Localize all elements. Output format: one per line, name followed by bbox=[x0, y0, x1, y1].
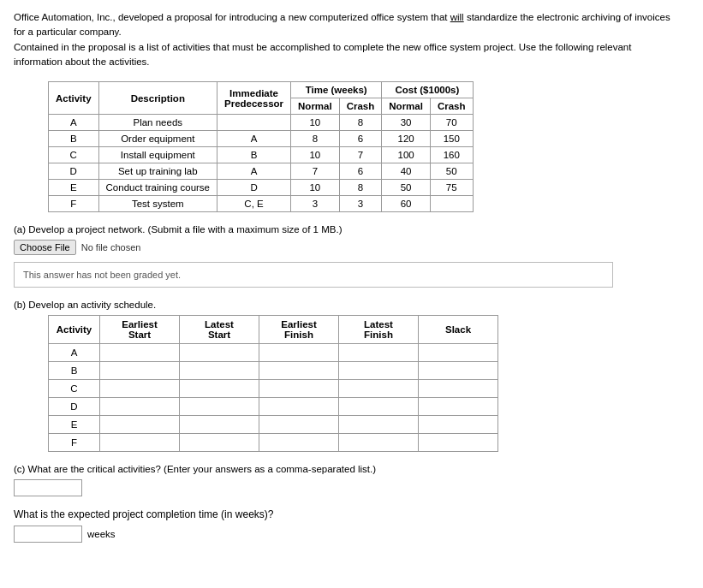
sched-cell-earliest-start[interactable] bbox=[100, 398, 180, 416]
cell-c-crash: 150 bbox=[430, 131, 473, 147]
cell-predecessor: A bbox=[217, 131, 291, 147]
sched-cell-activity: D bbox=[49, 398, 100, 416]
cell-activity: A bbox=[49, 115, 99, 131]
sched-cell-latest-start[interactable] bbox=[180, 398, 259, 416]
choose-file-button[interactable]: Choose File bbox=[14, 240, 76, 255]
input-slack[interactable] bbox=[424, 401, 492, 412]
input-slack[interactable] bbox=[424, 365, 492, 376]
sched-cell-latest-finish[interactable] bbox=[339, 344, 419, 362]
cell-description: Plan needs bbox=[98, 115, 217, 131]
sched-col-latest-start: LatestStart bbox=[180, 316, 259, 344]
sched-cell-slack[interactable] bbox=[419, 344, 498, 362]
sched-cell-earliest-finish[interactable] bbox=[259, 434, 339, 452]
cell-c-crash: 160 bbox=[430, 147, 473, 163]
sched-cell-earliest-start[interactable] bbox=[100, 434, 180, 452]
input-earliest-start[interactable] bbox=[105, 401, 174, 412]
input-earliest-finish[interactable] bbox=[265, 437, 333, 448]
sched-cell-earliest-finish[interactable] bbox=[259, 416, 339, 434]
sched-cell-latest-finish[interactable] bbox=[339, 416, 419, 434]
col-time-crash: Crash bbox=[339, 98, 382, 115]
input-earliest-finish[interactable] bbox=[265, 401, 333, 412]
sched-cell-latest-finish[interactable] bbox=[339, 362, 419, 380]
weeks-label: weeks bbox=[87, 529, 116, 539]
completion-row: What is the expected project completion … bbox=[14, 508, 689, 520]
sched-cell-slack[interactable] bbox=[419, 380, 498, 398]
input-latest-finish[interactable] bbox=[344, 401, 413, 412]
input-latest-start[interactable] bbox=[185, 365, 253, 376]
input-slack[interactable] bbox=[424, 437, 492, 448]
input-latest-start[interactable] bbox=[185, 437, 253, 448]
cell-activity: F bbox=[49, 196, 99, 212]
input-latest-start[interactable] bbox=[185, 347, 253, 358]
cell-t-crash: 8 bbox=[339, 115, 382, 131]
sched-cell-earliest-finish[interactable] bbox=[259, 380, 339, 398]
sched-cell-slack[interactable] bbox=[419, 362, 498, 380]
no-file-text: No file chosen bbox=[81, 242, 141, 252]
cell-c-crash: 50 bbox=[430, 163, 473, 180]
input-earliest-finish[interactable] bbox=[265, 383, 333, 394]
input-earliest-start[interactable] bbox=[105, 383, 174, 394]
cell-t-crash: 6 bbox=[339, 131, 382, 147]
input-latest-finish[interactable] bbox=[344, 365, 413, 376]
input-latest-start[interactable] bbox=[185, 383, 253, 394]
sched-cell-slack[interactable] bbox=[419, 434, 498, 452]
cell-t-normal: 10 bbox=[291, 115, 340, 131]
input-latest-start[interactable] bbox=[185, 419, 253, 430]
input-earliest-start[interactable] bbox=[105, 347, 174, 358]
input-earliest-start[interactable] bbox=[105, 437, 174, 448]
sched-cell-latest-finish[interactable] bbox=[339, 398, 419, 416]
col-description: Description bbox=[98, 82, 217, 115]
input-latest-finish[interactable] bbox=[344, 437, 413, 448]
intro-text: Office Automation, Inc., developed a pro… bbox=[14, 10, 682, 69]
table-row: D Set up training lab A 7 6 40 50 bbox=[49, 163, 474, 180]
cell-t-crash: 8 bbox=[339, 180, 382, 196]
cell-t-crash: 3 bbox=[339, 196, 382, 212]
sched-cell-activity: F bbox=[49, 434, 100, 452]
section-a-label: (a) Develop a project network. (Submit a… bbox=[14, 224, 689, 235]
sched-cell-latest-start[interactable] bbox=[180, 380, 259, 398]
input-slack[interactable] bbox=[424, 383, 492, 394]
input-slack[interactable] bbox=[424, 347, 492, 358]
sched-cell-slack[interactable] bbox=[419, 416, 498, 434]
input-latest-finish[interactable] bbox=[344, 383, 413, 394]
sched-cell-activity: C bbox=[49, 380, 100, 398]
col-cost-1000s: Cost ($1000s) bbox=[382, 82, 473, 98]
input-earliest-start[interactable] bbox=[105, 365, 174, 376]
input-latest-start[interactable] bbox=[185, 401, 253, 412]
input-latest-finish[interactable] bbox=[344, 347, 413, 358]
cell-description: Set up training lab bbox=[98, 163, 217, 180]
input-earliest-finish[interactable] bbox=[265, 365, 333, 376]
sched-cell-latest-start[interactable] bbox=[180, 434, 259, 452]
input-earliest-finish[interactable] bbox=[265, 347, 333, 358]
sched-col-earliest-start: EarliestStart bbox=[100, 316, 180, 344]
table-row: A Plan needs 10 8 30 70 bbox=[49, 115, 474, 131]
sched-cell-slack[interactable] bbox=[419, 398, 498, 416]
sched-cell-earliest-start[interactable] bbox=[100, 380, 180, 398]
sched-cell-latest-finish[interactable] bbox=[339, 434, 419, 452]
sched-cell-latest-start[interactable] bbox=[180, 362, 259, 380]
answer-not-graded: This answer has not been graded yet. bbox=[23, 270, 181, 280]
schedule-table: Activity EarliestStart LatestStart Earli… bbox=[48, 315, 498, 452]
schedule-row: E bbox=[49, 416, 498, 434]
sched-cell-earliest-finish[interactable] bbox=[259, 344, 339, 362]
sched-cell-latest-start[interactable] bbox=[180, 344, 259, 362]
sched-cell-earliest-finish[interactable] bbox=[259, 398, 339, 416]
input-slack[interactable] bbox=[424, 419, 492, 430]
input-earliest-start[interactable] bbox=[105, 419, 174, 430]
input-latest-finish[interactable] bbox=[344, 419, 413, 430]
table-row: E Conduct training course D 10 8 50 75 bbox=[49, 180, 474, 196]
cell-predecessor: A bbox=[217, 163, 291, 180]
cell-description: Order equipment bbox=[98, 131, 217, 147]
sched-cell-latest-start[interactable] bbox=[180, 416, 259, 434]
sched-cell-earliest-start[interactable] bbox=[100, 344, 180, 362]
sched-cell-activity: B bbox=[49, 362, 100, 380]
sched-cell-earliest-start[interactable] bbox=[100, 362, 180, 380]
input-earliest-finish[interactable] bbox=[265, 419, 333, 430]
completion-time-input[interactable] bbox=[14, 526, 82, 543]
schedule-row: F bbox=[49, 434, 498, 452]
sched-cell-earliest-start[interactable] bbox=[100, 416, 180, 434]
sched-cell-earliest-finish[interactable] bbox=[259, 362, 339, 380]
critical-activities-input[interactable] bbox=[14, 479, 82, 496]
schedule-row: D bbox=[49, 398, 498, 416]
sched-cell-latest-finish[interactable] bbox=[339, 380, 419, 398]
